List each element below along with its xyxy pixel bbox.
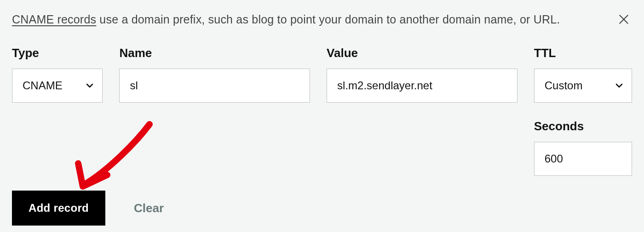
add-record-button[interactable]: Add record [12, 191, 105, 226]
value-label: Value [327, 46, 518, 60]
type-select[interactable]: CNAME [12, 69, 103, 103]
info-bar: CNAME records use a domain prefix, such … [12, 11, 632, 28]
close-icon[interactable] [615, 11, 632, 28]
value-column: Value [327, 46, 518, 103]
seconds-block: Seconds [534, 119, 632, 176]
info-text: CNAME records use a domain prefix, such … [12, 13, 560, 26]
clear-button[interactable]: Clear [134, 201, 164, 215]
value-field [327, 69, 518, 103]
ttl-field: Custom [534, 69, 632, 103]
info-description: use a domain prefix, such as blog to poi… [96, 13, 560, 26]
seconds-input[interactable] [534, 142, 632, 176]
form-actions: Add record Clear [12, 191, 164, 226]
value-input[interactable] [327, 69, 518, 103]
name-input[interactable] [119, 69, 310, 103]
ttl-select[interactable]: Custom [534, 69, 632, 103]
ttl-column: TTL Custom Seconds [534, 46, 632, 176]
name-column: Name [119, 46, 310, 103]
name-field [119, 69, 310, 103]
cname-records-link[interactable]: CNAME records [12, 13, 96, 26]
type-field: CNAME [12, 69, 103, 103]
name-label: Name [119, 46, 310, 60]
type-column: Type CNAME [12, 46, 103, 103]
seconds-field [534, 142, 632, 176]
type-label: Type [12, 46, 103, 60]
record-form-row: Type CNAME Name Value TTL Custom [12, 46, 632, 176]
seconds-label: Seconds [534, 119, 632, 133]
ttl-label: TTL [534, 46, 632, 60]
